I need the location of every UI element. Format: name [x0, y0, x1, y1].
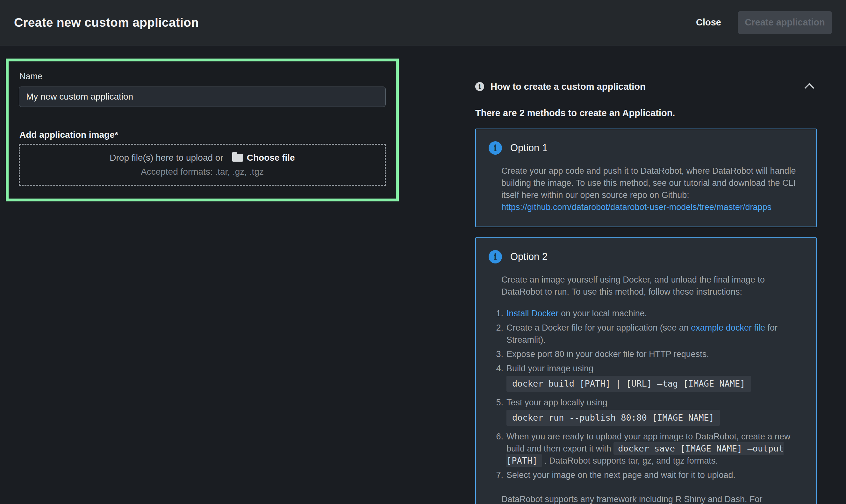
help-title: How to create a custom application — [490, 82, 646, 92]
step-body: Test your app locally usingdocker run --… — [506, 396, 720, 428]
help-header: i How to create a custom application — [475, 80, 817, 93]
step-number: 5. — [493, 396, 503, 428]
step-body: Select your image on the next page and w… — [506, 469, 736, 481]
option1-text: Create your app code and push it to Data… — [501, 166, 796, 200]
info-icon-blue: i — [489, 141, 502, 155]
step-link[interactable]: Install Docker — [506, 309, 559, 318]
step-body: Install Docker on your local machine. — [506, 307, 647, 320]
code-block: docker build [PATH] | [URL] –tag [IMAGE … — [506, 376, 751, 392]
option2-intro: Create an image yourself using Docker, a… — [501, 274, 801, 298]
step-body: When you are ready to upload your app im… — [506, 431, 796, 467]
file-dropzone[interactable]: Drop file(s) here to upload or Choose fi… — [19, 144, 386, 186]
code-block: docker run --publish 80:80 [IMAGE NAME] — [506, 410, 720, 426]
step-body: Expose port 80 in your docker file for H… — [506, 348, 709, 360]
close-button[interactable]: Close — [696, 17, 721, 28]
choose-file-label: Choose file — [247, 153, 295, 163]
step-text: . DataRobot supports tar, gz, and tgz fo… — [542, 456, 718, 466]
instruction-step: 2.Create a Docker file for your applicat… — [493, 322, 801, 346]
step-text: Select your image on the next page and w… — [506, 470, 736, 480]
option1-title: Option 1 — [510, 142, 548, 154]
step-text: Create a Docker file for your applicatio… — [506, 323, 691, 332]
name-label: Name — [19, 72, 386, 82]
step-number: 7. — [493, 469, 503, 481]
form-section-highlight: Name Add application image* Drop file(s)… — [6, 58, 399, 201]
github-repo-link[interactable]: https://github.com/datarobot/datarobot-u… — [501, 202, 772, 212]
application-name-input[interactable] — [19, 87, 386, 107]
option1-header: i Option 1 — [489, 141, 801, 155]
step-number: 1. — [493, 307, 503, 320]
choose-file-link[interactable]: Choose file — [232, 153, 295, 163]
step-number: 3. — [493, 348, 503, 360]
step-text: on your local machine. — [559, 309, 647, 318]
dialog-body: Name Add application image* Drop file(s)… — [0, 46, 846, 503]
option2-title: Option 2 — [510, 251, 548, 263]
option2-footer: DataRobot supports any framework includi… — [501, 493, 794, 504]
step-text: Test your app locally using — [506, 398, 607, 407]
step-number: 6. — [493, 431, 503, 467]
application-image-label: Add application image* — [19, 130, 386, 140]
methods-intro: There are 2 methods to create an Applica… — [475, 108, 817, 119]
accepted-formats-text: Accepted formats: .tar, .gz, .tgz — [141, 167, 264, 177]
step-text: Build your image using — [506, 364, 593, 373]
step-number: 2. — [493, 322, 503, 346]
dialog-header: Create new custom application Close Crea… — [0, 0, 846, 46]
instruction-step: 5.Test your app locally usingdocker run … — [493, 396, 801, 428]
footer-text: DataRobot supports any framework includi… — [501, 494, 762, 504]
info-icon-blue: i — [489, 250, 502, 264]
instruction-step: 6.When you are ready to upload your app … — [493, 431, 801, 467]
instruction-steps: 1.Install Docker on your local machine.2… — [493, 307, 801, 481]
step-body: Build your image usingdocker build [PATH… — [506, 362, 751, 394]
step-number: 4. — [493, 362, 503, 394]
option2-header: i Option 2 — [489, 250, 801, 264]
step-link[interactable]: example docker file — [691, 323, 765, 332]
option2-card: i Option 2 Create an image yourself usin… — [475, 237, 817, 504]
info-icon: i — [475, 82, 484, 91]
help-panel: i How to create a custom application The… — [475, 80, 817, 504]
instruction-step: 4.Build your image usingdocker build [PA… — [493, 362, 801, 394]
instruction-step: 3.Expose port 80 in your docker file for… — [493, 348, 801, 360]
option1-card: i Option 1 Create your app code and push… — [475, 128, 817, 227]
instruction-step: 7.Select your image on the next page and… — [493, 469, 801, 481]
chevron-up-icon — [804, 83, 814, 93]
instruction-step: 1.Install Docker on your local machine. — [493, 307, 801, 320]
folder-icon — [232, 154, 243, 162]
step-body: Create a Docker file for your applicatio… — [506, 322, 796, 346]
drop-prompt: Drop file(s) here to upload or — [109, 153, 223, 163]
step-text: Expose port 80 in your docker file for H… — [506, 349, 709, 359]
collapse-button[interactable] — [805, 80, 817, 93]
page-title: Create new custom application — [14, 16, 199, 30]
create-application-button[interactable]: Create application — [738, 11, 832, 34]
option1-body: Create your app code and push it to Data… — [501, 165, 801, 213]
